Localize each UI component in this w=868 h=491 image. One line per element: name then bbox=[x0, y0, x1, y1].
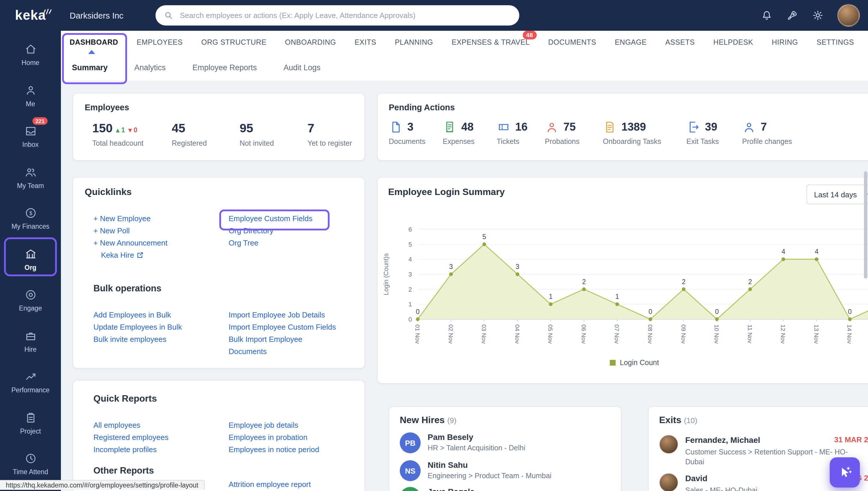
pending-profile-changes[interactable]: 7 Profile changes bbox=[742, 120, 792, 146]
svg-text:13 Nov: 13 Nov bbox=[813, 324, 820, 344]
link-registered-employees[interactable]: Registered employees bbox=[93, 431, 169, 443]
link-add-employees-bulk[interactable]: Add Employees in Bulk bbox=[93, 309, 182, 321]
new-hire-row[interactable]: JB Jaya Bagala bbox=[400, 487, 475, 491]
sidebar-item-time-attend[interactable]: Time Attend bbox=[0, 443, 61, 484]
clock-icon bbox=[24, 453, 37, 465]
ticket-icon bbox=[497, 120, 511, 134]
profile-avatar[interactable] bbox=[837, 4, 860, 27]
scrollbar-thumb[interactable] bbox=[864, 171, 867, 279]
link-bulk-invite-employees[interactable]: Bulk invite employees bbox=[93, 333, 182, 345]
link-employee-job-details[interactable]: Employee job details bbox=[229, 419, 353, 431]
nav-onboarding[interactable]: ONBOARDING bbox=[285, 38, 336, 47]
sidebar-item-me[interactable]: Me bbox=[0, 75, 61, 116]
tab-summary[interactable]: Summary bbox=[72, 63, 108, 72]
tab-employee-reports[interactable]: Employee Reports bbox=[192, 63, 257, 72]
sidebar-item-my-finances[interactable]: $ My Finances bbox=[0, 198, 61, 239]
hire-avatar: PB bbox=[400, 432, 421, 453]
link-new-poll[interactable]: + New Poll bbox=[93, 225, 168, 237]
company-name: Darksiders Inc bbox=[70, 11, 123, 20]
sidebar-item-performance[interactable]: Performance bbox=[0, 362, 61, 403]
nav-employees[interactable]: EMPLOYEES bbox=[137, 38, 183, 47]
org-building-icon bbox=[24, 248, 37, 261]
pending-exit-tasks[interactable]: 39 Exit Tasks bbox=[686, 120, 719, 146]
onboarding-doc-icon bbox=[603, 120, 617, 134]
sidebar-item-project[interactable]: Project bbox=[0, 403, 61, 443]
svg-text:2: 2 bbox=[682, 278, 686, 286]
notifications-bell-icon[interactable] bbox=[761, 9, 773, 22]
link-new-announcement[interactable]: + New Announcement bbox=[93, 237, 168, 249]
sidebar-item-engage[interactable]: Engage bbox=[0, 280, 61, 321]
nav-assets[interactable]: ASSETS bbox=[665, 38, 695, 47]
pending-expenses[interactable]: 48 Expenses bbox=[443, 120, 475, 146]
search-input[interactable] bbox=[179, 10, 511, 20]
keka-logo[interactable]: keka bbox=[0, 7, 61, 23]
link-import-custom-fields[interactable]: Import Employee Custom Fields bbox=[229, 321, 351, 333]
new-hire-row[interactable]: PB Pam BeselyHR > Talent Acquisition - D… bbox=[400, 432, 526, 453]
link-employee-custom-fields[interactable]: Employee Custom Fields bbox=[229, 212, 353, 225]
date-range-select[interactable]: Last 14 days bbox=[807, 184, 868, 204]
nav-helpdesk[interactable]: HELPDESK bbox=[713, 38, 753, 47]
pending-tickets[interactable]: 16 Tickets bbox=[497, 120, 528, 146]
sidebar-item-home[interactable]: Home bbox=[0, 34, 61, 75]
svg-text:01 Nov: 01 Nov bbox=[414, 324, 421, 344]
sidebar-item-hire[interactable]: Hire bbox=[0, 321, 61, 362]
nav-hiring[interactable]: HIRING bbox=[772, 38, 798, 47]
link-import-job-details[interactable]: Import Employee Job Details bbox=[229, 309, 351, 321]
svg-text:0: 0 bbox=[649, 308, 653, 315]
search-icon bbox=[163, 10, 174, 20]
link-org-directory[interactable]: Org Directory bbox=[229, 225, 353, 237]
svg-text:06 Nov: 06 Nov bbox=[580, 324, 587, 344]
nav-engage[interactable]: ENGAGE bbox=[615, 38, 647, 47]
stat-yet-to-register: 7 Yet to register bbox=[307, 121, 352, 147]
global-search[interactable] bbox=[155, 5, 519, 26]
main-nav: DASHBOARD EMPLOYEES ORG STRUCTURE ONBOAR… bbox=[61, 31, 868, 54]
nav-expenses-travel[interactable]: EXPENSES & TRAVEL48 bbox=[452, 38, 530, 47]
sidebar-item-inbox[interactable]: Inbox 221 bbox=[0, 116, 61, 157]
svg-text:4: 4 bbox=[815, 248, 818, 255]
link-employees-in-probation[interactable]: Employees in probation bbox=[229, 431, 353, 443]
settings-gear-icon[interactable] bbox=[812, 9, 824, 22]
link-employees-in-notice-period[interactable]: Employees in notice period bbox=[229, 443, 353, 456]
dollar-circle-icon: $ bbox=[24, 207, 37, 220]
pending-probations[interactable]: 75 Probations bbox=[545, 120, 580, 146]
new-hires-title: New Hires (9) bbox=[400, 415, 456, 426]
svg-text:1: 1 bbox=[549, 293, 552, 300]
pending-onboarding-tasks[interactable]: 1389 Onboarding Tasks bbox=[603, 120, 661, 146]
active-tab-caret bbox=[88, 50, 95, 54]
nav-dashboard[interactable]: DASHBOARD bbox=[70, 38, 118, 47]
tab-analytics[interactable]: Analytics bbox=[134, 63, 166, 72]
whats-new-rocket-icon[interactable] bbox=[786, 9, 798, 22]
svg-text:1: 1 bbox=[409, 300, 412, 308]
svg-text:3: 3 bbox=[409, 271, 412, 278]
sidebar-item-org[interactable]: Org bbox=[0, 239, 61, 280]
tab-audit-logs[interactable]: Audit Logs bbox=[283, 63, 321, 72]
bulk-right-column: Import Employee Job Details Import Emplo… bbox=[229, 309, 351, 357]
clipboard-icon bbox=[24, 411, 37, 424]
guide-pointer-button[interactable] bbox=[830, 457, 860, 488]
nav-planning[interactable]: PLANNING bbox=[395, 38, 433, 47]
quick-reports-title: Quick Reports bbox=[93, 394, 157, 404]
nav-settings[interactable]: SETTINGS bbox=[817, 38, 854, 47]
bulk-operations-title: Bulk operations bbox=[93, 283, 161, 294]
nav-documents[interactable]: DOCUMENTS bbox=[548, 38, 596, 47]
link-attrition-employee-report[interactable]: Attrition employee report bbox=[229, 478, 353, 490]
link-incomplete-profiles[interactable]: Incomplete profiles bbox=[93, 443, 169, 456]
headcount-up-indicator: ▴ 1 bbox=[116, 126, 125, 134]
logo-squiggle-icon bbox=[42, 8, 52, 15]
link-org-tree[interactable]: Org Tree bbox=[229, 237, 353, 249]
link-bulk-import-documents[interactable]: Bulk Import Employee Documents bbox=[229, 333, 322, 357]
quicklinks-title: Quicklinks bbox=[85, 187, 132, 197]
nav-exits[interactable]: EXITS bbox=[355, 38, 376, 47]
svg-text:05 Nov: 05 Nov bbox=[547, 324, 554, 344]
nav-org-structure[interactable]: ORG STRUCTURE bbox=[201, 38, 267, 47]
sidebar-item-my-team[interactable]: My Team bbox=[0, 157, 61, 198]
link-update-employees-bulk[interactable]: Update Employees in Bulk bbox=[93, 321, 182, 333]
pending-documents[interactable]: 3 Documents bbox=[389, 120, 425, 146]
inbox-icon bbox=[24, 125, 37, 138]
link-keka-hire[interactable]: Keka Hire bbox=[101, 249, 168, 261]
link-new-employee[interactable]: + New Employee bbox=[93, 212, 168, 225]
svg-text:0: 0 bbox=[715, 308, 719, 315]
new-hire-row[interactable]: NS Nitin SahuEngineering > Product Team … bbox=[400, 460, 551, 481]
topbar: keka Darksiders Inc bbox=[0, 0, 868, 31]
link-all-employees[interactable]: All employees bbox=[93, 419, 169, 431]
